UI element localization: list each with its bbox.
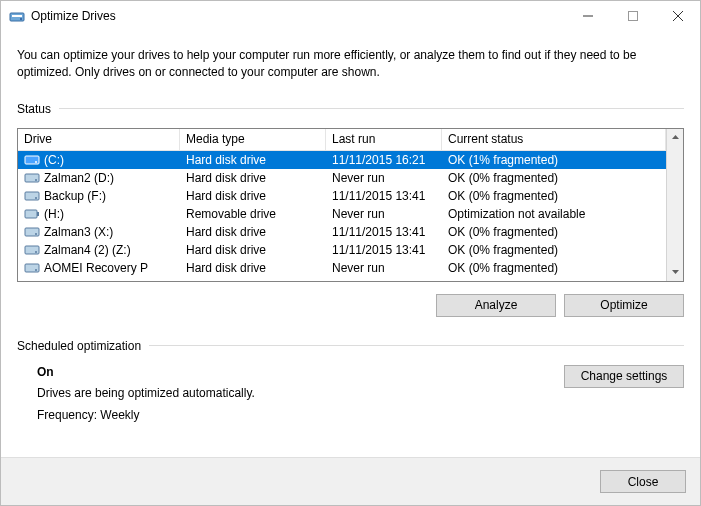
drive-lastrun: 11/11/2015 13:41 [326, 243, 442, 257]
drive-media: Hard disk drive [180, 153, 326, 167]
window-controls [565, 1, 700, 31]
header-media[interactable]: Media type [180, 129, 326, 150]
table-row[interactable]: Backup (F:)Hard disk drive11/11/2015 13:… [18, 187, 666, 205]
table-row[interactable]: AOMEI Recovery PHard disk driveNever run… [18, 259, 666, 277]
change-settings-button[interactable]: Change settings [564, 365, 684, 388]
svg-rect-1 [12, 15, 22, 17]
drive-media: Hard disk drive [180, 225, 326, 239]
svg-rect-7 [25, 156, 39, 164]
svg-rect-15 [25, 228, 39, 236]
table-row[interactable]: (C:)Hard disk drive11/11/2015 16:21OK (1… [18, 151, 666, 169]
drive-icon [24, 172, 40, 184]
svg-line-5 [673, 11, 683, 21]
drive-icon [24, 190, 40, 202]
optimize-button[interactable]: Optimize [564, 294, 684, 317]
column-headers: Drive Media type Last run Current status [18, 129, 666, 151]
svg-rect-14 [37, 212, 39, 216]
drive-status: OK (0% fragmented) [442, 189, 666, 203]
content-area: You can optimize your drives to help you… [1, 31, 700, 457]
header-last[interactable]: Last run [326, 129, 442, 150]
drive-lastrun: Never run [326, 207, 442, 221]
action-buttons: Analyze Optimize [17, 294, 684, 317]
scheduled-section: Scheduled optimization On Drives are bei… [17, 339, 684, 430]
scrollbar[interactable] [666, 129, 683, 281]
drive-lastrun: 11/11/2015 13:41 [326, 225, 442, 239]
drive-name: AOMEI Recovery P [44, 261, 148, 275]
table-row[interactable]: Zalman4 (2) (Z:)Hard disk drive11/11/201… [18, 241, 666, 259]
drive-lastrun: 11/11/2015 13:41 [326, 189, 442, 203]
drive-status: OK (0% fragmented) [442, 225, 666, 239]
drive-name: Backup (F:) [44, 189, 106, 203]
table-row[interactable]: Zalman3 (X:)Hard disk drive11/11/2015 13… [18, 223, 666, 241]
divider [59, 108, 684, 109]
drive-lastrun: Never run [326, 171, 442, 185]
window-title: Optimize Drives [31, 9, 565, 23]
divider [149, 345, 684, 346]
sched-desc2: Frequency: Weekly [37, 408, 564, 424]
drive-icon [24, 262, 40, 274]
drive-name: Zalman4 (2) (Z:) [44, 243, 131, 257]
drive-lastrun: Never run [326, 261, 442, 275]
svg-rect-9 [25, 174, 39, 182]
drive-icon [24, 226, 40, 238]
drive-media: Hard disk drive [180, 189, 326, 203]
close-button[interactable] [655, 1, 700, 31]
intro-text: You can optimize your drives to help you… [17, 47, 684, 82]
status-label: Status [17, 102, 51, 116]
svg-line-6 [673, 11, 683, 21]
drive-lastrun: 11/11/2015 16:21 [326, 153, 442, 167]
sched-desc1: Drives are being optimized automatically… [37, 386, 564, 402]
svg-point-16 [35, 233, 37, 235]
svg-point-12 [35, 197, 37, 199]
svg-rect-4 [628, 12, 637, 21]
drive-icon [24, 244, 40, 256]
svg-rect-13 [25, 210, 37, 218]
scroll-down-icon[interactable] [667, 264, 684, 281]
maximize-button[interactable] [610, 1, 655, 31]
drive-media: Removable drive [180, 207, 326, 221]
drive-media: Hard disk drive [180, 243, 326, 257]
drive-list: Drive Media type Last run Current status… [17, 128, 684, 282]
svg-point-10 [35, 179, 37, 181]
drive-media: Hard disk drive [180, 171, 326, 185]
drive-status: OK (0% fragmented) [442, 171, 666, 185]
svg-point-8 [35, 161, 37, 163]
titlebar: Optimize Drives [1, 1, 700, 31]
svg-point-18 [35, 251, 37, 253]
drive-status: OK (1% fragmented) [442, 153, 666, 167]
drive-status: OK (0% fragmented) [442, 261, 666, 275]
scheduled-label: Scheduled optimization [17, 339, 141, 353]
analyze-button[interactable]: Analyze [436, 294, 556, 317]
svg-marker-22 [672, 270, 679, 274]
drive-status: Optimization not available [442, 207, 666, 221]
minimize-button[interactable] [565, 1, 610, 31]
footer: Close [1, 457, 700, 505]
drive-rows: (C:)Hard disk drive11/11/2015 16:21OK (1… [18, 151, 666, 281]
app-icon [9, 8, 25, 24]
svg-rect-11 [25, 192, 39, 200]
status-section-header: Status [17, 102, 684, 116]
header-status[interactable]: Current status [442, 129, 666, 150]
drive-icon [24, 154, 40, 166]
svg-point-20 [35, 269, 37, 271]
svg-point-2 [20, 18, 22, 20]
header-drive[interactable]: Drive [18, 129, 180, 150]
table-row[interactable]: Zalman2 (D:)Hard disk driveNever runOK (… [18, 169, 666, 187]
drive-name: Zalman3 (X:) [44, 225, 113, 239]
drive-icon [24, 208, 40, 220]
svg-marker-21 [672, 135, 679, 139]
sched-state: On [37, 365, 564, 381]
drive-name: (H:) [44, 207, 64, 221]
drive-name: (C:) [44, 153, 64, 167]
scroll-up-icon[interactable] [667, 129, 684, 146]
close-dialog-button[interactable]: Close [600, 470, 686, 493]
optimize-drives-window: Optimize Drives You can optimize your dr… [0, 0, 701, 506]
table-row[interactable]: (H:)Removable driveNever runOptimization… [18, 205, 666, 223]
drive-media: Hard disk drive [180, 261, 326, 275]
drive-name: Zalman2 (D:) [44, 171, 114, 185]
svg-rect-19 [25, 264, 39, 272]
drive-status: OK (0% fragmented) [442, 243, 666, 257]
svg-rect-17 [25, 246, 39, 254]
